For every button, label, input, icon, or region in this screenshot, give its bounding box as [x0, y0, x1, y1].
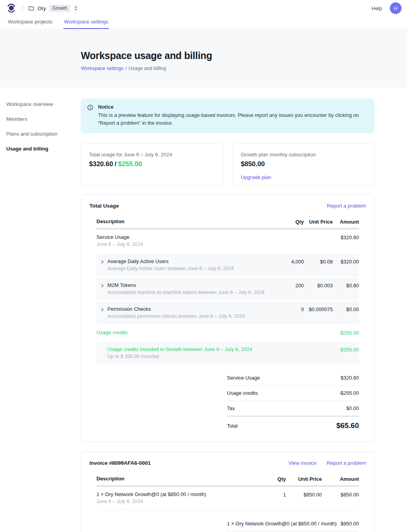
- usage-row-average-daily-active-users[interactable]: Average Daily Active Users Average Daily…: [96, 254, 359, 276]
- usage-credits-detail-row: Usage credits included in Growth between…: [96, 342, 359, 364]
- sidebar-item-usage-and-billing[interactable]: Usage and billing: [6, 144, 81, 154]
- notice-title: Notice: [98, 104, 367, 110]
- row-subtitle: Accumulated machine-to-machine tokens be…: [107, 290, 264, 295]
- invoice-links: View invoice Report a problem: [289, 460, 366, 466]
- summary-value: -$255.00: [339, 390, 359, 396]
- notice-banner: Notice This is a preview feature for dis…: [81, 99, 375, 133]
- help-link[interactable]: Help: [371, 5, 382, 11]
- invoice-panel-header: Invoice #8099AFA6-0001 View invoice Repo…: [89, 460, 366, 466]
- usage-table: Description Qty Unit Price Amount Servic…: [96, 215, 359, 432]
- usage-report-problem-link[interactable]: Report a problem: [327, 203, 366, 209]
- usage-credits-row: Usage credits -$255.00: [96, 324, 359, 341]
- total-usage-panel: Total Usage Report a problem Description…: [81, 194, 375, 442]
- breadcrumb-slash: /: [125, 66, 127, 71]
- summary-label: Service Usage: [227, 375, 260, 381]
- row-desc: Average Daily Active Users Average Daily…: [96, 258, 273, 271]
- upgrade-plan-link[interactable]: Upgrade plan: [241, 174, 271, 180]
- sidebar-item-plans-and-subscription[interactable]: Plans and subscription: [6, 129, 81, 139]
- invoice-line-item-row: 1 × Ory Network Growth@0 (at $850.00 / m…: [96, 486, 359, 510]
- total-value: $65.60: [336, 421, 359, 430]
- top-bar: / Ory Growth Help H: [0, 0, 407, 16]
- usage-panel-header: Total Usage Report a problem: [89, 203, 366, 209]
- chevron-right-icon[interactable]: [100, 307, 105, 312]
- row-unit-price: $0.000075: [304, 306, 333, 312]
- row-qty: 200: [273, 282, 304, 288]
- info-icon: [87, 104, 93, 127]
- row-desc: Permission Checks Accumulated permission…: [96, 306, 273, 319]
- summary-row-service-usage: Service Usage $320.60: [227, 371, 359, 386]
- service-usage-group-row: Service Usage June 6 – July 6, 2024 $320…: [96, 229, 359, 253]
- row-desc: M2M Tokens Accumulated machine-to-machin…: [96, 282, 273, 295]
- row-amount: $320.00: [333, 258, 359, 265]
- invoice-item-subtitle: June 6 – July 6, 2024: [96, 499, 255, 504]
- col-description: Description: [96, 219, 273, 224]
- row-title: Average Daily Active Users: [107, 258, 234, 264]
- row-unit-price: $0.003: [304, 282, 333, 288]
- ory-logo[interactable]: [6, 3, 16, 13]
- usage-amount: $320.60: [89, 160, 113, 168]
- page-header: Workspace usage and billing Workspace se…: [0, 29, 407, 88]
- plan-card: Growth plan monthly subscription $850.00…: [233, 143, 375, 186]
- usage-panel-title: Total Usage: [89, 203, 119, 209]
- col-unit-price: Unit Price: [304, 219, 333, 225]
- breadcrumb: Workspace settings/Usage and billing: [81, 66, 407, 71]
- settings-sidebar: Workspace overview Members Plans and sub…: [0, 88, 81, 159]
- summary-value: $850.00: [341, 521, 359, 527]
- invoice-report-problem-link[interactable]: Report a problem: [327, 460, 366, 466]
- group-amount: $320.60: [333, 234, 359, 240]
- invoice-item-desc: 1 × Ory Network Growth@0 (at $850.00 / m…: [96, 491, 255, 504]
- row-title: Permission Checks: [107, 306, 245, 312]
- chevron-updown-icon: [73, 5, 78, 11]
- usage-row-permission-checks[interactable]: Permission Checks Accumulated permission…: [96, 301, 359, 324]
- credits-title: Usage credits: [96, 330, 273, 335]
- summary-cards: Total usage for June 6 – July 6, 2024 $3…: [81, 143, 375, 186]
- summary-row-tax: Tax $0.00: [227, 401, 359, 416]
- total-label: Total: [227, 423, 237, 429]
- row-amount: $0.60: [333, 282, 359, 288]
- group-title: Service Usage: [96, 234, 273, 240]
- invoice-item-title: 1 × Ory Network Growth@0 (at $850.00 / m…: [96, 491, 255, 497]
- chevron-right-icon[interactable]: [100, 283, 105, 288]
- avatar[interactable]: H: [390, 2, 402, 14]
- row-qty: 0: [273, 306, 304, 312]
- credit-detail-amount: -$255.00: [333, 346, 359, 353]
- credit-detail-subtitle: Up to $ 255.00 included: [107, 354, 273, 359]
- tab-workspace-projects[interactable]: Workspace projects: [7, 16, 53, 29]
- row-subtitle: Average Daily Active Users between June …: [107, 266, 234, 271]
- invoice-table: Description Qty Unit Price Amount 1 × Or…: [96, 472, 359, 532]
- usage-summary: Service Usage $320.60 Usage credits -$25…: [227, 371, 359, 432]
- workspace-tabbar: Workspace projects Workspace settings: [0, 16, 407, 29]
- group-subtitle: June 6 – July 6, 2024: [96, 242, 273, 247]
- summary-label: 1 × Ory Network Growth@0 (at $850.00 / m…: [227, 521, 337, 527]
- usage-table-header: Description Qty Unit Price Amount: [96, 215, 359, 229]
- tab-workspace-settings[interactable]: Workspace settings: [63, 16, 109, 29]
- summary-value: $320.60: [341, 375, 359, 381]
- col-description: Description: [96, 476, 255, 482]
- credit-detail-title: Usage credits included in Growth between…: [107, 346, 273, 352]
- credit-detail-desc: Usage credits included in Growth between…: [96, 346, 273, 359]
- page-title: Workspace usage and billing: [81, 50, 407, 61]
- usage-row-m2m-tokens[interactable]: M2M Tokens Accumulated machine-to-machin…: [96, 278, 359, 300]
- folder-icon: [28, 5, 34, 11]
- content-column: Notice This is a preview feature for dis…: [81, 88, 375, 532]
- plan-price: $850.00: [241, 160, 367, 168]
- invoice-summary: 1 × Ory Network Growth@0 (at $850.00 / m…: [227, 516, 359, 532]
- row-unit-price: $0.08: [304, 258, 333, 265]
- summary-value: $0.00: [346, 405, 359, 411]
- sidebar-item-workspace-overview[interactable]: Workspace overview: [6, 99, 81, 109]
- usage-separator: /: [114, 160, 116, 168]
- usage-included-amount: $255.00: [118, 160, 142, 168]
- main-area: Workspace overview Members Plans and sub…: [0, 88, 407, 532]
- breadcrumb-current: Usage and billing: [129, 66, 166, 71]
- view-invoice-link[interactable]: View invoice: [289, 460, 317, 466]
- summary-label: Usage credits: [227, 390, 258, 396]
- breadcrumb-settings-link[interactable]: Workspace settings: [81, 66, 123, 71]
- summary-row-plan: 1 × Ory Network Growth@0 (at $850.00 / m…: [227, 516, 359, 532]
- plan-badge: Growth: [49, 5, 71, 12]
- credits-amount: -$255.00: [333, 330, 359, 336]
- workspace-switcher[interactable]: Ory Growth: [28, 5, 78, 12]
- chevron-right-icon[interactable]: [100, 260, 105, 264]
- breadcrumb-separator: /: [22, 5, 23, 11]
- sidebar-item-members[interactable]: Members: [6, 114, 81, 124]
- col-amount: Amount: [333, 219, 359, 225]
